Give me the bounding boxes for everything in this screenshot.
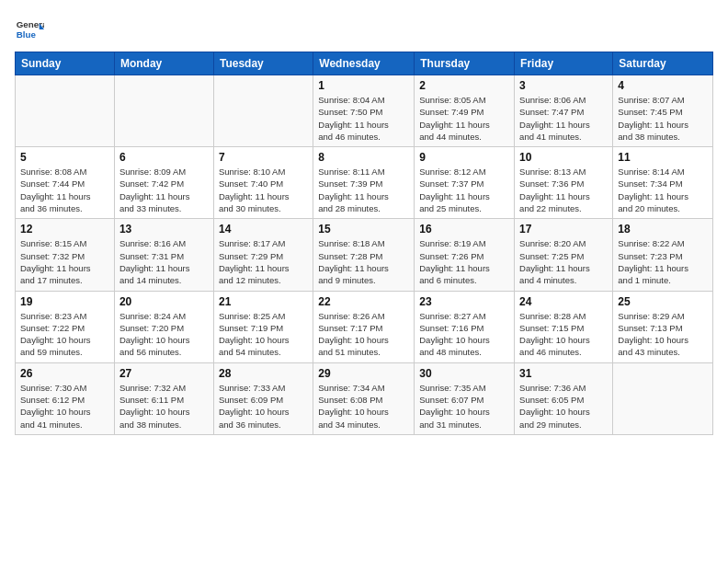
day-number: 26: [20, 367, 109, 380]
day-info: Sunrise: 8:23 AM Sunset: 7:22 PM Dayligh…: [20, 310, 109, 359]
weekday-header-thursday: Thursday: [415, 52, 515, 75]
weekday-header-friday: Friday: [515, 52, 613, 75]
calendar-cell: [114, 75, 213, 147]
weekday-header-sunday: Sunday: [16, 52, 115, 75]
day-number: 6: [119, 151, 209, 164]
calendar-cell: 2Sunrise: 8:05 AM Sunset: 7:49 PM Daylig…: [415, 75, 515, 147]
calendar-cell: [16, 75, 115, 147]
day-info: Sunrise: 8:17 AM Sunset: 7:29 PM Dayligh…: [219, 237, 308, 286]
day-info: Sunrise: 8:25 AM Sunset: 7:19 PM Dayligh…: [219, 310, 308, 359]
day-info: Sunrise: 8:27 AM Sunset: 7:16 PM Dayligh…: [419, 310, 509, 359]
day-number: 12: [20, 223, 109, 236]
calendar-cell: 18Sunrise: 8:22 AM Sunset: 7:23 PM Dayli…: [613, 219, 713, 291]
day-info: Sunrise: 8:19 AM Sunset: 7:26 PM Dayligh…: [419, 237, 509, 286]
calendar-cell: 7Sunrise: 8:10 AM Sunset: 7:40 PM Daylig…: [213, 147, 313, 219]
calendar-cell: 19Sunrise: 8:23 AM Sunset: 7:22 PM Dayli…: [16, 291, 115, 362]
day-info: Sunrise: 8:05 AM Sunset: 7:49 PM Dayligh…: [419, 94, 509, 143]
day-number: 31: [519, 367, 608, 380]
day-number: 5: [20, 151, 109, 164]
day-info: Sunrise: 8:29 AM Sunset: 7:13 PM Dayligh…: [618, 310, 708, 359]
day-number: 21: [219, 295, 308, 308]
calendar-cell: 9Sunrise: 8:12 AM Sunset: 7:37 PM Daylig…: [415, 147, 515, 219]
day-number: 7: [219, 151, 308, 164]
day-info: Sunrise: 8:22 AM Sunset: 7:23 PM Dayligh…: [618, 237, 708, 286]
day-number: 29: [318, 367, 409, 380]
day-info: Sunrise: 8:13 AM Sunset: 7:36 PM Dayligh…: [519, 166, 608, 214]
header: General Blue: [15, 15, 713, 44]
day-info: Sunrise: 8:11 AM Sunset: 7:39 PM Dayligh…: [318, 166, 409, 214]
day-number: 16: [419, 223, 509, 236]
day-info: Sunrise: 8:06 AM Sunset: 7:47 PM Dayligh…: [519, 94, 608, 143]
day-number: 17: [519, 223, 608, 236]
day-info: Sunrise: 8:15 AM Sunset: 7:32 PM Dayligh…: [20, 237, 109, 286]
day-number: 25: [618, 295, 708, 308]
day-info: Sunrise: 8:04 AM Sunset: 7:50 PM Dayligh…: [318, 94, 409, 143]
day-number: 2: [419, 79, 509, 92]
day-number: 23: [419, 295, 509, 308]
day-number: 28: [219, 367, 308, 380]
day-info: Sunrise: 7:32 AM Sunset: 6:11 PM Dayligh…: [119, 382, 209, 431]
calendar-cell: 5Sunrise: 8:08 AM Sunset: 7:44 PM Daylig…: [16, 147, 115, 219]
calendar-cell: 28Sunrise: 7:33 AM Sunset: 6:09 PM Dayli…: [213, 362, 313, 434]
day-number: 30: [419, 367, 509, 380]
day-number: 27: [119, 367, 209, 380]
day-info: Sunrise: 8:20 AM Sunset: 7:25 PM Dayligh…: [519, 237, 608, 286]
day-number: 18: [618, 223, 708, 236]
day-info: Sunrise: 8:12 AM Sunset: 7:37 PM Dayligh…: [419, 166, 509, 214]
calendar-cell: 21Sunrise: 8:25 AM Sunset: 7:19 PM Dayli…: [213, 291, 313, 362]
day-number: 22: [318, 295, 409, 308]
calendar-cell: 15Sunrise: 8:18 AM Sunset: 7:28 PM Dayli…: [313, 219, 415, 291]
logo-icon: General Blue: [15, 15, 44, 44]
calendar-cell: 13Sunrise: 8:16 AM Sunset: 7:31 PM Dayli…: [114, 219, 213, 291]
day-number: 19: [20, 295, 109, 308]
day-info: Sunrise: 8:10 AM Sunset: 7:40 PM Dayligh…: [219, 166, 308, 214]
day-number: 10: [519, 151, 608, 164]
calendar-cell: 25Sunrise: 8:29 AM Sunset: 7:13 PM Dayli…: [613, 291, 713, 362]
day-number: 13: [119, 223, 209, 236]
day-info: Sunrise: 8:09 AM Sunset: 7:42 PM Dayligh…: [119, 166, 209, 214]
logo: General Blue: [15, 15, 44, 44]
calendar-cell: 12Sunrise: 8:15 AM Sunset: 7:32 PM Dayli…: [16, 219, 115, 291]
day-number: 14: [219, 223, 308, 236]
calendar-cell: [613, 362, 713, 434]
svg-text:Blue: Blue: [17, 29, 37, 40]
weekday-header-monday: Monday: [114, 52, 213, 75]
day-number: 20: [119, 295, 209, 308]
day-info: Sunrise: 7:34 AM Sunset: 6:08 PM Dayligh…: [318, 382, 409, 431]
calendar-cell: 20Sunrise: 8:24 AM Sunset: 7:20 PM Dayli…: [114, 291, 213, 362]
calendar-cell: 14Sunrise: 8:17 AM Sunset: 7:29 PM Dayli…: [213, 219, 313, 291]
day-info: Sunrise: 8:16 AM Sunset: 7:31 PM Dayligh…: [119, 237, 209, 286]
day-number: 15: [318, 223, 409, 236]
weekday-header-wednesday: Wednesday: [313, 52, 415, 75]
day-info: Sunrise: 7:30 AM Sunset: 6:12 PM Dayligh…: [20, 382, 109, 431]
calendar-cell: 30Sunrise: 7:35 AM Sunset: 6:07 PM Dayli…: [415, 362, 515, 434]
day-info: Sunrise: 8:14 AM Sunset: 7:34 PM Dayligh…: [618, 166, 708, 214]
calendar-cell: 22Sunrise: 8:26 AM Sunset: 7:17 PM Dayli…: [313, 291, 415, 362]
calendar-cell: 10Sunrise: 8:13 AM Sunset: 7:36 PM Dayli…: [515, 147, 613, 219]
calendar-cell: 11Sunrise: 8:14 AM Sunset: 7:34 PM Dayli…: [613, 147, 713, 219]
day-number: 1: [318, 79, 409, 92]
day-number: 9: [419, 151, 509, 164]
calendar-cell: 27Sunrise: 7:32 AM Sunset: 6:11 PM Dayli…: [114, 362, 213, 434]
calendar-cell: 24Sunrise: 8:28 AM Sunset: 7:15 PM Dayli…: [515, 291, 613, 362]
weekday-header-saturday: Saturday: [613, 52, 713, 75]
day-info: Sunrise: 8:28 AM Sunset: 7:15 PM Dayligh…: [519, 310, 608, 359]
calendar-cell: 23Sunrise: 8:27 AM Sunset: 7:16 PM Dayli…: [415, 291, 515, 362]
day-info: Sunrise: 7:33 AM Sunset: 6:09 PM Dayligh…: [219, 382, 308, 431]
day-info: Sunrise: 8:18 AM Sunset: 7:28 PM Dayligh…: [318, 237, 409, 286]
calendar-cell: 26Sunrise: 7:30 AM Sunset: 6:12 PM Dayli…: [16, 362, 115, 434]
calendar-cell: 8Sunrise: 8:11 AM Sunset: 7:39 PM Daylig…: [313, 147, 415, 219]
day-info: Sunrise: 8:24 AM Sunset: 7:20 PM Dayligh…: [119, 310, 209, 359]
day-number: 24: [519, 295, 608, 308]
day-info: Sunrise: 7:36 AM Sunset: 6:05 PM Dayligh…: [519, 382, 608, 431]
calendar-cell: 4Sunrise: 8:07 AM Sunset: 7:45 PM Daylig…: [613, 75, 713, 147]
calendar-cell: 1Sunrise: 8:04 AM Sunset: 7:50 PM Daylig…: [313, 75, 415, 147]
day-info: Sunrise: 8:08 AM Sunset: 7:44 PM Dayligh…: [20, 166, 109, 214]
day-number: 3: [519, 79, 608, 92]
weekday-header-tuesday: Tuesday: [213, 52, 313, 75]
calendar-cell: 6Sunrise: 8:09 AM Sunset: 7:42 PM Daylig…: [114, 147, 213, 219]
calendar-cell: [213, 75, 313, 147]
day-info: Sunrise: 7:35 AM Sunset: 6:07 PM Dayligh…: [419, 382, 509, 431]
calendar-table: SundayMondayTuesdayWednesdayThursdayFrid…: [15, 52, 713, 435]
calendar-cell: 29Sunrise: 7:34 AM Sunset: 6:08 PM Dayli…: [313, 362, 415, 434]
